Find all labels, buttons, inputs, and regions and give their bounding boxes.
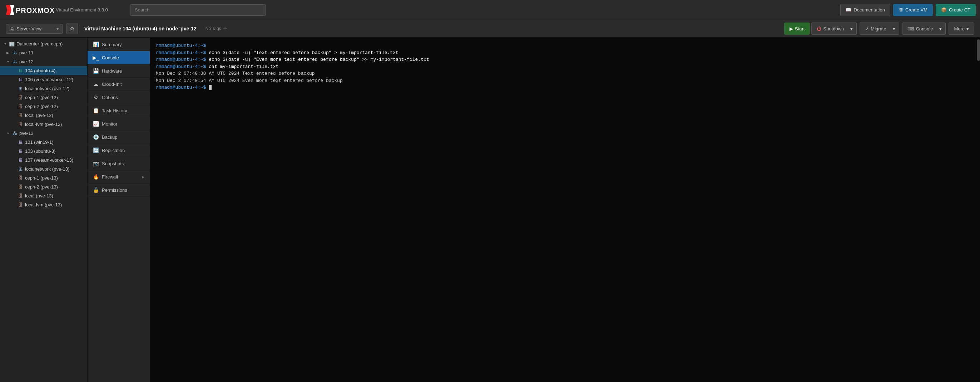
sidebar-item-locallvm-pve12[interactable]: 🗄 local-lvm (pve-12) bbox=[0, 120, 87, 129]
hardware-icon: 💾 bbox=[92, 68, 99, 74]
proxmox-logo: PROXMOX bbox=[4, 3, 54, 16]
edit-tag-icon: ✏ bbox=[223, 26, 227, 31]
sidebar-item-ceph2-pve13[interactable]: 🗄 ceph-2 (pve-13) bbox=[0, 182, 87, 191]
chevron-down-icon: ▾ bbox=[966, 26, 969, 32]
migrate-button[interactable]: ↗ Migrate bbox=[859, 22, 889, 35]
search-input[interactable] bbox=[130, 4, 266, 16]
sidebar-item-label: ceph-1 (pve-12) bbox=[25, 95, 58, 100]
sidebar-item-vm107[interactable]: 🖥 107 (veeam-worker-13) bbox=[0, 156, 87, 165]
storage-icon: 🗄 bbox=[17, 121, 24, 127]
nav-item-options[interactable]: ⚙ Options bbox=[88, 91, 150, 104]
main-layout: ▾ 🏢 Datacenter (pve-ceph) ▶ 🖧 pve-11 ▾ 🖧… bbox=[0, 38, 980, 382]
vm-icon: 🖥 bbox=[899, 7, 903, 13]
terminal-prompt: rhmadm@ubuntu-4:~$ bbox=[156, 43, 206, 48]
sidebar-item-pve12[interactable]: ▾ 🖧 pve-12 bbox=[0, 57, 87, 66]
chevron-down-icon: ▾ bbox=[893, 26, 895, 32]
sidebar-item-ceph1-pve12[interactable]: 🗄 ceph-1 (pve-12) bbox=[0, 93, 87, 102]
start-button[interactable]: ▶ Start bbox=[784, 22, 810, 35]
replication-icon: 🔄 bbox=[92, 147, 99, 153]
console-button[interactable]: ⌨ Console bbox=[902, 22, 936, 35]
play-icon: ▶ bbox=[789, 26, 793, 32]
vm-tags[interactable]: No Tags ✏ bbox=[205, 26, 227, 31]
tree-section: ▾ 🏢 Datacenter (pve-ceph) ▶ 🖧 pve-11 ▾ 🖧… bbox=[0, 38, 87, 211]
firewall-icon: 🔥 bbox=[92, 174, 99, 179]
permissions-icon: 🔒 bbox=[92, 187, 99, 193]
nav-item-replication[interactable]: 🔄 Replication bbox=[88, 144, 150, 157]
nav-item-snapshots[interactable]: 📷 Snapshots bbox=[88, 157, 150, 170]
storage-icon: 🗄 bbox=[17, 113, 24, 118]
terminal-command: echo $(date -u) "Even more text entered … bbox=[209, 57, 429, 62]
shutdown-button[interactable]: ⏻ Shutdown bbox=[811, 22, 847, 35]
terminal-output: Mon Dec 2 07:40:38 AM UTC 2024 Text ente… bbox=[156, 71, 315, 76]
nav-item-label: Permissions bbox=[102, 187, 127, 193]
nav-item-task-history[interactable]: 📋 Task History bbox=[88, 104, 150, 117]
nav-item-monitor[interactable]: 📈 Monitor bbox=[88, 117, 150, 131]
expand-arrow-icon: ▶ bbox=[6, 51, 10, 55]
sidebar-item-local-pve13[interactable]: 🗄 local (pve-13) bbox=[0, 191, 87, 200]
sidebar-tree: ▾ 🏢 Datacenter (pve-ceph) ▶ 🖧 pve-11 ▾ 🖧… bbox=[0, 38, 88, 382]
nav-item-summary[interactable]: 📊 Summary bbox=[88, 38, 150, 51]
sidebar-item-vm106[interactable]: 🖥 106 (veeam-worker-12) bbox=[0, 75, 87, 84]
logo-area: PROXMOX Virtual Environment 8.3.0 bbox=[4, 3, 126, 16]
sidebar-item-label: pve-13 bbox=[19, 131, 33, 136]
sidebar-item-vm103[interactable]: 🖥 103 (ubuntu-3) bbox=[0, 147, 87, 156]
sidebar-item-ceph1-pve13[interactable]: 🗄 ceph-1 (pve-13) bbox=[0, 173, 87, 182]
nav-item-console[interactable]: ▶_ Console bbox=[88, 51, 150, 64]
expand-arrow-icon: ▾ bbox=[6, 131, 10, 135]
shutdown-dropdown-arrow[interactable]: ▾ bbox=[847, 22, 857, 35]
monitor-icon: 📈 bbox=[92, 121, 99, 126]
terminal-command: echo $(date -u) "Text entered before bac… bbox=[209, 50, 398, 56]
nav-item-label: Options bbox=[102, 95, 118, 100]
documentation-button[interactable]: 📖 Documentation bbox=[840, 4, 890, 16]
terminal-prompt: rhmadm@ubuntu-4:~$ bbox=[156, 85, 206, 90]
vm-icon: 🖥 bbox=[17, 77, 24, 82]
datacenter-icon: 🏢 bbox=[9, 41, 15, 46]
nav-item-cloud-init[interactable]: ☁ Cloud-Init bbox=[88, 78, 150, 91]
sidebar-item-ceph2-pve12[interactable]: 🗄 ceph-2 (pve-12) bbox=[0, 102, 87, 111]
backup-icon: 💿 bbox=[92, 134, 99, 140]
secondbar-actions: ▶ Start ⏻ Shutdown ▾ ↗ Migrate ▾ ⌨ Conso… bbox=[784, 22, 974, 35]
sidebar-item-vm101[interactable]: 🖥 101 (win19-1) bbox=[0, 138, 87, 147]
sidebar-item-datacenter[interactable]: ▾ 🏢 Datacenter (pve-ceph) bbox=[0, 39, 87, 48]
topbar: PROXMOX Virtual Environment 8.3.0 📖 Docu… bbox=[0, 0, 980, 20]
nav-item-label: Firewall bbox=[102, 174, 118, 179]
create-ct-button[interactable]: 📦 Create CT bbox=[936, 4, 976, 16]
nav-item-permissions[interactable]: 🔒 Permissions bbox=[88, 184, 150, 197]
sidebar-item-label: 103 (ubuntu-3) bbox=[25, 149, 56, 154]
container-icon: 📦 bbox=[941, 7, 947, 13]
view-selector[interactable]: 🖧 Server View ▾ bbox=[6, 24, 63, 34]
console-dropdown-arrow[interactable]: ▾ bbox=[936, 22, 946, 35]
nav-item-label: Console bbox=[102, 55, 119, 61]
storage-icon: 🗄 bbox=[17, 175, 24, 181]
network-icon: ⊞ bbox=[17, 166, 24, 172]
settings-gear-button[interactable]: ⚙ bbox=[67, 23, 78, 34]
sidebar-item-net-pve13[interactable]: ⊞ localnetwork (pve-13) bbox=[0, 165, 87, 173]
sidebar-item-local-pve12[interactable]: 🗄 local (pve-12) bbox=[0, 111, 87, 120]
sidebar-item-net-pve12[interactable]: ⊞ localnetwork (pve-12) bbox=[0, 84, 87, 93]
terminal-line: rhmadm@ubuntu-4:~$ echo $(date -u) "Even… bbox=[156, 56, 974, 63]
sidebar-item-locallvm-pve13[interactable]: 🗄 local-lvm (pve-13) bbox=[0, 200, 87, 209]
sidebar-item-pve13[interactable]: ▾ 🖧 pve-13 bbox=[0, 129, 87, 138]
sidebar-item-label: 106 (veeam-worker-12) bbox=[25, 77, 73, 82]
vm-icon: 🖥 bbox=[17, 139, 24, 145]
chevron-down-icon: ▾ bbox=[56, 26, 59, 32]
terminal-prompt: rhmadm@ubuntu-4:~$ bbox=[156, 50, 206, 56]
sidebar-item-pve11[interactable]: ▶ 🖧 pve-11 bbox=[0, 48, 87, 57]
migrate-dropdown-arrow[interactable]: ▾ bbox=[889, 22, 899, 35]
terminal-line: rhmadm@ubuntu-4:~$ cat my-important-file… bbox=[156, 63, 974, 70]
summary-icon: 📊 bbox=[92, 42, 99, 47]
nav-item-hardware[interactable]: 💾 Hardware bbox=[88, 64, 150, 78]
secondbar: 🖧 Server View ▾ ⚙ Virtual Machine 104 (u… bbox=[0, 20, 980, 38]
terminal[interactable]: rhmadm@ubuntu-4:~$ rhmadm@ubuntu-4:~$ ec… bbox=[150, 38, 980, 382]
sidebar-item-label: localnetwork (pve-13) bbox=[25, 166, 69, 172]
nav-item-label: Backup bbox=[102, 134, 117, 140]
sidebar-item-label: Datacenter (pve-ceph) bbox=[16, 41, 62, 46]
nav-item-backup[interactable]: 💿 Backup bbox=[88, 131, 150, 144]
terminal-output: Mon Dec 2 07:40:54 AM UTC 2024 Even more… bbox=[156, 78, 343, 83]
more-button[interactable]: More ▾ bbox=[948, 22, 974, 35]
storage-icon: 🗄 bbox=[17, 193, 24, 198]
create-vm-button[interactable]: 🖥 Create VM bbox=[893, 4, 933, 16]
nav-item-firewall[interactable]: 🔥 Firewall ▶ bbox=[88, 170, 150, 184]
sidebar-item-label: local (pve-13) bbox=[25, 193, 53, 198]
sidebar-item-vm104[interactable]: 🖥 104 (ubuntu-4) bbox=[0, 66, 87, 75]
